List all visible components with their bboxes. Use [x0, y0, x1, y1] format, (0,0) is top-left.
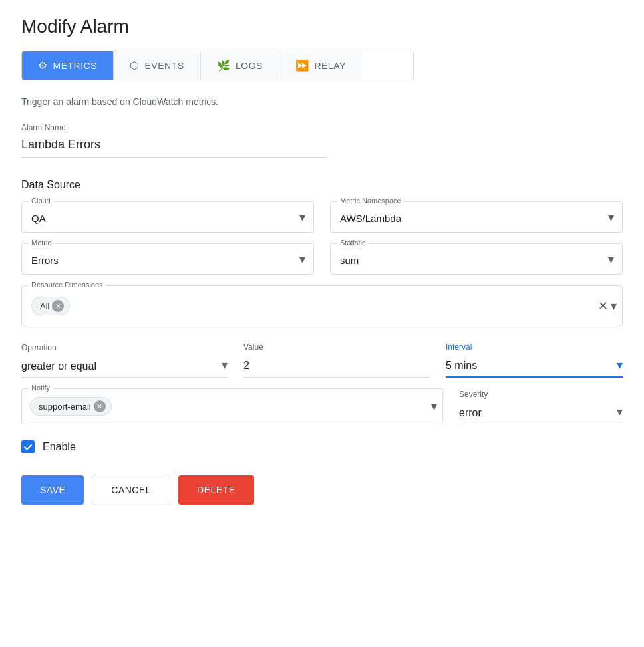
save-button[interactable]: SAVE — [21, 475, 84, 505]
metric-namespace-select[interactable]: AWS/Lambda AWS/EC2 AWS/RDS — [331, 202, 622, 232]
notify-chip-support-email-label: support-email — [39, 402, 91, 412]
enable-row: Enable — [21, 440, 623, 453]
resource-chip-all-close[interactable]: ✕ — [52, 300, 64, 312]
alarm-name-section: Alarm Name — [21, 123, 623, 158]
metric-select-wrapper: Metric Errors Invocations Duration Throt… — [21, 243, 314, 275]
resource-actions: ✕ ▾ — [598, 299, 617, 313]
value-label: Value — [243, 342, 430, 352]
value-field: Value — [243, 342, 430, 378]
cloud-select[interactable]: QA Production Staging — [22, 202, 313, 232]
severity-field: Severity error warning info critical ▾ — [459, 390, 623, 424]
relay-icon: ⏩ — [295, 59, 309, 72]
enable-checkbox[interactable] — [21, 440, 35, 453]
tab-metrics[interactable]: ⚙ METRICS — [22, 51, 114, 80]
operation-select[interactable]: greater or equal greater than less than … — [21, 355, 228, 378]
data-source-title: Data Source — [21, 179, 623, 191]
subtitle-text: Trigger an alarm based on CloudWatch met… — [21, 96, 623, 107]
cloud-label: Cloud — [29, 197, 53, 205]
resource-dropdown-arrow[interactable]: ▾ — [611, 299, 617, 313]
alarm-name-input[interactable] — [21, 135, 327, 158]
notify-chip-support-email-close[interactable]: ✕ — [94, 400, 106, 412]
operation-dropdown-wrapper: greater or equal greater than less than … — [21, 355, 228, 378]
buttons-row: SAVE CANCEL DELETE — [21, 475, 623, 505]
cloud-select-wrapper: Cloud QA Production Staging ▾ — [21, 201, 314, 233]
cancel-button[interactable]: CANCEL — [92, 475, 170, 505]
cloud-namespace-row: Cloud QA Production Staging ▾ Metric Nam… — [21, 201, 623, 233]
tab-relay[interactable]: ⏩ RELAY — [279, 51, 362, 80]
metric-namespace-field: Metric Namespace AWS/Lambda AWS/EC2 AWS/… — [330, 201, 623, 233]
severity-label: Severity — [459, 390, 623, 399]
tab-metrics-label: METRICS — [53, 61, 98, 71]
notify-chips-container: support-email ✕ — [30, 397, 416, 416]
statistic-field: Statistic sum average min max count ▾ — [330, 243, 623, 275]
metrics-icon: ⚙ — [38, 59, 48, 72]
operation-field: Operation greater or equal greater than … — [21, 343, 228, 378]
resource-clear-icon[interactable]: ✕ — [598, 299, 608, 313]
page-title: Modify Alarm — [21, 16, 623, 37]
metric-namespace-label: Metric Namespace — [337, 197, 404, 205]
data-source-section: Data Source Cloud QA Production Staging … — [21, 179, 623, 326]
interval-select[interactable]: 1 min 5 mins 10 mins 15 mins 30 mins 1 h… — [446, 354, 623, 378]
statistic-label: Statistic — [337, 239, 369, 247]
delete-button[interactable]: DELETE — [178, 475, 253, 505]
alarm-name-label: Alarm Name — [21, 123, 623, 132]
enable-label: Enable — [43, 441, 76, 453]
resource-chip-all: All ✕ — [31, 297, 70, 315]
notify-chip-support-email: support-email ✕ — [30, 397, 112, 416]
severity-select[interactable]: error warning info critical — [459, 402, 623, 424]
metric-namespace-select-wrapper: Metric Namespace AWS/Lambda AWS/EC2 AWS/… — [330, 201, 623, 233]
tab-events-label: EVENTS — [145, 61, 184, 71]
severity-dropdown-wrapper: error warning info critical ▾ — [459, 402, 623, 424]
notify-dropdown-arrow[interactable]: ▾ — [431, 399, 437, 414]
interval-dropdown-wrapper: 1 min 5 mins 10 mins 15 mins 30 mins 1 h… — [446, 354, 623, 378]
operation-label: Operation — [21, 343, 228, 352]
notify-field: Notify support-email ✕ ▾ — [21, 388, 443, 424]
metric-statistic-row: Metric Errors Invocations Duration Throt… — [21, 243, 623, 275]
tab-relay-label: RELAY — [314, 61, 345, 71]
tab-logs[interactable]: 🌿 LOGS — [201, 51, 279, 80]
interval-field: Interval 1 min 5 mins 10 mins 15 mins 30… — [446, 342, 623, 378]
metric-field: Metric Errors Invocations Duration Throt… — [21, 243, 314, 275]
logs-icon: 🌿 — [217, 59, 231, 72]
metric-label: Metric — [29, 239, 54, 247]
tab-logs-label: LOGS — [236, 61, 263, 71]
notify-wrapper: Notify support-email ✕ ▾ — [21, 388, 443, 424]
tab-events[interactable]: ⬡ EVENTS — [114, 51, 201, 80]
resource-chip-all-label: All — [40, 301, 49, 311]
statistic-select[interactable]: sum average min max count — [331, 244, 622, 274]
operation-value-interval-row: Operation greater or equal greater than … — [21, 342, 623, 378]
interval-label: Interval — [446, 342, 623, 352]
value-input[interactable] — [243, 354, 430, 378]
notify-severity-row: Notify support-email ✕ ▾ Severity error … — [21, 388, 623, 424]
events-icon: ⬡ — [130, 59, 140, 72]
cloud-field: Cloud QA Production Staging ▾ — [21, 201, 314, 233]
tab-bar: ⚙ METRICS ⬡ EVENTS 🌿 LOGS ⏩ RELAY — [21, 51, 414, 80]
resource-chips-container: All ✕ — [31, 297, 589, 315]
resource-dimensions-wrapper: Resource Dimensions All ✕ ✕ ▾ — [21, 285, 623, 326]
metric-select[interactable]: Errors Invocations Duration Throttles — [22, 244, 313, 274]
notify-label: Notify — [29, 384, 53, 392]
statistic-select-wrapper: Statistic sum average min max count ▾ — [330, 243, 623, 275]
resource-dimensions-label: Resource Dimensions — [29, 281, 106, 289]
